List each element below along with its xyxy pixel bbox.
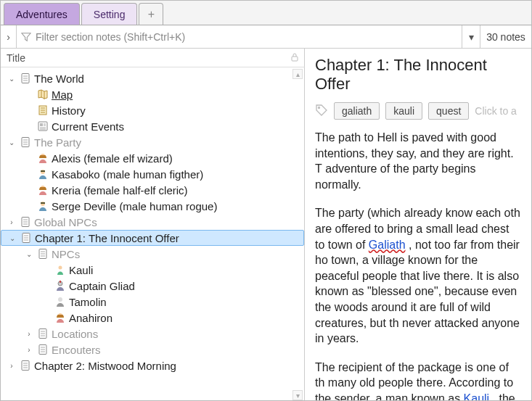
tag-add-hint[interactable]: Click to a [475, 105, 517, 117]
lock-icon [291, 52, 298, 64]
notes-count: 30 notes [480, 31, 531, 43]
expander-spacer [24, 169, 34, 179]
tree-label: The Party [34, 136, 81, 149]
expander-spacer [24, 121, 34, 131]
tag-chip[interactable]: kauli [385, 102, 422, 120]
knight-icon [54, 280, 66, 292]
tree-row[interactable]: History [1, 102, 304, 118]
doc-icon [20, 73, 31, 84]
scroll-up[interactable]: ▴ [292, 69, 303, 79]
person-f-icon [37, 152, 49, 164]
wiki-link[interactable]: Galiath [369, 239, 406, 251]
svg-rect-0 [292, 57, 298, 61]
tab-label: Adventures [16, 9, 67, 20]
person-m-icon [37, 168, 49, 180]
filter-placeholder: Filter section notes (Shift+Ctrl+K) [36, 31, 185, 43]
tree-row[interactable]: ⌄The Party [1, 134, 304, 150]
tab-adventures[interactable]: Adventures [4, 3, 80, 25]
svg-point-51 [319, 107, 320, 108]
tag-chip[interactable]: galiath [334, 102, 380, 120]
collapse-toggle[interactable]: › [1, 25, 17, 49]
person-m-icon [37, 200, 49, 212]
tree-row[interactable]: ›Encouters [1, 342, 304, 357]
tab-bar: Adventures Setting + [1, 1, 531, 25]
expander-spacer [24, 201, 34, 211]
body-text[interactable]: The path to Hell is paved with good inte… [315, 130, 521, 401]
scroll-icon [37, 104, 49, 116]
tree-row[interactable]: Kasaboko (male human figther) [1, 166, 304, 182]
doc-icon [37, 328, 49, 339]
tree-row[interactable]: Kauli [1, 262, 304, 278]
expander-spacer [41, 265, 52, 275]
tree-label: Kauli [69, 264, 93, 276]
map-icon [37, 88, 49, 100]
tree-label: The World [34, 73, 84, 85]
chevron-right-icon[interactable]: › [24, 344, 34, 355]
tab-setting[interactable]: Setting [81, 3, 138, 25]
tree-label: Serge Deville (male human rogue) [52, 200, 217, 212]
expander-spacer [41, 297, 52, 307]
chevron-down-icon[interactable]: ⌄ [7, 73, 17, 83]
chevron-down-icon: ▾ [469, 31, 474, 43]
chevron-right-icon[interactable]: › [24, 328, 34, 339]
tree-row[interactable]: ⌄Chapter 1: The Innocent Offer [1, 230, 304, 246]
tree-row[interactable]: ›Chapter 2: Mistwood Morning [1, 357, 304, 373]
tree-row[interactable]: Map [1, 86, 304, 102]
tree-row[interactable]: Anahiron [1, 310, 304, 326]
column-header[interactable]: Title [1, 49, 305, 67]
tag-chip[interactable]: quest [428, 102, 469, 120]
column-title: Title [7, 52, 25, 64]
tree-label: Chapter 2: Mistwood Morning [34, 360, 176, 372]
tree-label: Map [52, 88, 73, 101]
tree-row[interactable]: Alexis (female elf wizard) [1, 150, 304, 166]
filter-dropdown[interactable]: ▾ [462, 25, 480, 49]
tree-row[interactable]: ›Locations [1, 326, 304, 342]
tree-row[interactable]: Kreria (female half-elf cleric) [1, 182, 304, 198]
person-f-icon [37, 184, 49, 196]
doc-icon [20, 136, 31, 148]
tree-row[interactable]: ›Global NPCs [1, 214, 304, 230]
tree-label: Captain Gliad [69, 280, 135, 292]
child-icon [54, 264, 66, 276]
wiki-link[interactable]: Kauli [464, 392, 490, 401]
tag-icon [315, 104, 328, 119]
scroll-down[interactable]: ▾ [292, 390, 303, 400]
tree-row[interactable]: Current Events [1, 118, 304, 134]
content-pane: Chapter 1: The Innocent Offer galiath ka… [305, 49, 531, 401]
person-f-icon [54, 312, 66, 323]
tree-row[interactable]: Serge Deville (male human rogue) [1, 198, 304, 214]
paragraph: The party (which already know each oth a… [315, 205, 521, 346]
filter-input[interactable]: Filter section notes (Shift+Ctrl+K) [17, 31, 462, 43]
tag-row: galiath kauli quest Click to a [315, 102, 521, 120]
svg-point-37 [58, 297, 62, 302]
tree-label: Current Events [52, 120, 124, 133]
text-run: The party (which already know each oth [315, 207, 520, 219]
main-split: Title ▴ ▾ ⌄The WorldMapHistoryCurrent Ev… [1, 49, 531, 401]
tree-label: NPCs [52, 248, 80, 260]
tree-label: Tamolin [69, 296, 107, 308]
expander-spacer [41, 313, 52, 323]
tree-row[interactable]: Captain Gliad [1, 278, 304, 294]
chevron-right-icon[interactable]: › [7, 217, 17, 227]
doc-icon [37, 344, 49, 355]
tree-pane: Title ▴ ▾ ⌄The WorldMapHistoryCurrent Ev… [1, 49, 305, 401]
chevron-down-icon[interactable]: ⌄ [7, 233, 17, 243]
tree-row[interactable]: ⌄NPCs [1, 246, 304, 262]
paragraph: The recipient of the package is one of t… [315, 360, 521, 401]
svg-point-35 [59, 266, 62, 270]
doc-icon [37, 248, 49, 260]
doc-icon [20, 360, 31, 371]
tab-add[interactable]: + [139, 3, 163, 25]
tree-row[interactable]: ⌄The World [1, 70, 304, 86]
chevron-right-icon[interactable]: › [7, 360, 17, 371]
tree-label: Kasaboko (male human figther) [52, 168, 203, 181]
chevron-down-icon[interactable]: ⌄ [7, 137, 17, 147]
tree-label: History [52, 104, 86, 117]
chevron-down-icon[interactable]: ⌄ [24, 249, 34, 259]
tree-label: Chapter 1: The Innocent Offer [35, 232, 179, 244]
tree-row[interactable]: Tamolin [1, 294, 304, 310]
paragraph: The path to Hell is paved with good inte… [315, 130, 521, 192]
expander-spacer [41, 281, 52, 291]
doc-icon [20, 216, 31, 228]
filter-bar: › Filter section notes (Shift+Ctrl+K) ▾ … [1, 25, 531, 49]
